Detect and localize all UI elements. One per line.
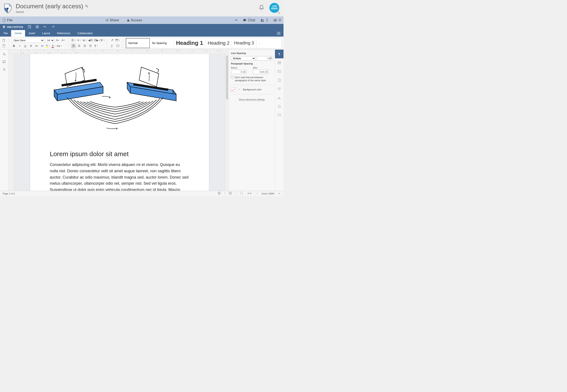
styles-gallery: NormalNo SpacingHeading 1Heading 2Headin… <box>126 38 282 48</box>
align-left-button[interactable]: ☰ <box>71 43 76 48</box>
dec-indent-button[interactable]: ◀☰ <box>88 38 93 43</box>
right-rail: ¶ Ta <box>275 50 284 191</box>
copy-style-button[interactable] <box>110 43 115 48</box>
bullets-button[interactable]: ☰▼ <box>71 38 76 43</box>
viewers-count[interactable] <box>273 19 277 22</box>
tab-file[interactable]: File <box>0 30 11 37</box>
file-menu[interactable]: File <box>3 18 13 22</box>
users-count[interactable] <box>260 19 264 22</box>
advanced-settings-link[interactable]: Show advanced settings <box>239 98 265 101</box>
horizontal-ruler[interactable]: · 2 · 1 · · · 1 · · · 2 · · · 3 · · · 4 … <box>8 50 228 54</box>
bg-color-swatch[interactable] <box>231 87 237 91</box>
textart-tab-icon[interactable]: Ta <box>275 102 284 111</box>
style-normal[interactable]: Normal <box>126 38 150 48</box>
increase-font-icon[interactable]: A▲ <box>55 38 60 43</box>
multilevel-button[interactable]: ≣▼ <box>82 38 87 43</box>
style-heading-1[interactable]: Heading 1 <box>174 38 205 48</box>
clear-format-button[interactable] <box>110 38 115 43</box>
paragraph-tab-icon[interactable]: ¶ <box>275 50 284 58</box>
redo-icon[interactable] <box>51 25 55 29</box>
highlight-button[interactable]: ✎▼ <box>45 43 50 48</box>
save-icon[interactable] <box>28 25 31 29</box>
style-heading-3[interactable]: Heading 3 <box>232 38 256 48</box>
chat-button[interactable]: Chat <box>243 18 255 22</box>
collapse-icon[interactable] <box>235 19 238 21</box>
tab-references[interactable]: References <box>53 30 74 37</box>
font-select[interactable]: Open Sans <box>12 38 44 43</box>
document-page[interactable]: Lorem ipsum dolor sit amet Consectetur a… <box>30 54 209 191</box>
zoom-label[interactable]: Zoom 100% <box>261 192 274 195</box>
svg-point-32 <box>3 53 5 55</box>
users-number: 1 <box>266 18 268 22</box>
menu-hamburger-icon[interactable] <box>274 30 284 37</box>
superscript-button[interactable]: A2 <box>34 43 39 48</box>
comments-icon[interactable] <box>3 60 6 64</box>
bg-color-dropdown[interactable]: ▼ <box>239 89 240 90</box>
chart-tab-icon[interactable] <box>275 93 284 102</box>
paste-icon[interactable] <box>2 43 6 48</box>
font-size-select[interactable]: 14 <box>45 38 54 43</box>
search-icon[interactable] <box>3 53 6 56</box>
inc-indent-button[interactable]: ☰▶ <box>94 38 99 43</box>
language-icon[interactable] <box>217 192 222 195</box>
fit-width-icon[interactable] <box>247 192 252 195</box>
onlyoffice-quickbar: ONLYOFFICE <box>0 24 284 30</box>
app-header: Document (early access) ✎ Saved LIVE DEM… <box>0 0 284 16</box>
line-spacing-value[interactable]: 1.08▲▼ <box>257 56 273 60</box>
change-case-button[interactable]: Aa▼ <box>57 43 62 48</box>
edit-title-icon[interactable]: ✎ <box>85 4 88 9</box>
image-tab-icon[interactable] <box>275 67 284 76</box>
secondary-bar: File Share Access Chat 1 0 <box>0 16 284 24</box>
table-tab-icon[interactable] <box>275 58 284 67</box>
shape-tab-icon[interactable] <box>275 84 284 93</box>
scroll-thumb[interactable] <box>226 56 228 99</box>
tab-home[interactable]: Home <box>11 30 25 37</box>
document-body[interactable]: Consectetur adipiscing elit. Morbi viver… <box>50 162 189 191</box>
mailmerge-button[interactable] <box>115 43 120 48</box>
tab-collaboration[interactable]: Collaboration <box>74 30 96 37</box>
svg-rect-29 <box>116 39 118 40</box>
zoom-in-button[interactable]: + <box>277 192 281 195</box>
spacing-before-input[interactable]: 0 cm▲▼ <box>231 70 247 74</box>
vertical-scrollbar[interactable] <box>225 54 228 191</box>
copy-icon[interactable] <box>2 38 6 43</box>
style-no-spacing[interactable]: No Spacing <box>150 38 174 48</box>
bold-button[interactable]: B <box>12 43 16 48</box>
document-heading[interactable]: Lorem ipsum dolor sit amet <box>50 150 189 158</box>
font-color-button[interactable]: A▼ <box>51 43 56 48</box>
underline-button[interactable]: U <box>23 43 28 48</box>
align-center-button[interactable]: ☰ <box>77 43 82 48</box>
shading-button[interactable]: ▼ <box>115 38 120 43</box>
fit-page-icon[interactable] <box>239 192 244 195</box>
strikethrough-button[interactable]: S <box>29 43 33 48</box>
spellcheck-icon[interactable] <box>228 192 233 195</box>
undo-icon[interactable] <box>43 25 47 29</box>
linespacing-button[interactable]: ↕☰▼ <box>99 38 104 43</box>
decrease-font-icon[interactable]: A▼ <box>61 38 66 43</box>
align-right-button[interactable]: ☰ <box>82 43 87 48</box>
numbering-button[interactable]: ≡▼ <box>77 38 82 43</box>
page-indicator[interactable]: Page 1 of 2 <box>3 192 15 195</box>
notifications-icon[interactable] <box>259 5 264 12</box>
subscript-button[interactable]: A2 <box>40 43 45 48</box>
live-demo-badge-icon[interactable]: LIVE DEMO <box>269 2 281 14</box>
outline-icon[interactable] <box>3 68 6 71</box>
header-footer-tab-icon[interactable] <box>275 76 284 84</box>
tab-insert[interactable]: Insert <box>25 30 39 37</box>
spacing-after-input[interactable]: 0.42 cm▲▼ <box>253 70 269 74</box>
vertical-ruler[interactable] <box>8 54 14 191</box>
italic-button[interactable]: I <box>17 43 22 48</box>
share-button[interactable]: Share <box>105 18 119 22</box>
zoom-out-button[interactable]: − <box>255 192 259 195</box>
document-title[interactable]: Document (early access) <box>16 3 83 10</box>
print-icon[interactable] <box>36 25 39 29</box>
align-justify-button[interactable]: ☰ <box>88 43 93 48</box>
no-interval-checkbox[interactable]: Don't add interval between paragraphs of… <box>231 76 273 82</box>
paragraph-marks-button[interactable]: ¶▼ <box>94 43 99 48</box>
tab-layout[interactable]: Layout <box>39 30 53 37</box>
mail-tab-icon[interactable] <box>275 111 284 119</box>
access-button[interactable]: Access <box>127 18 142 22</box>
line-spacing-mode[interactable]: Multiple <box>231 56 255 60</box>
styles-more-button[interactable]: ⌄ <box>256 38 263 48</box>
style-heading-2[interactable]: Heading 2 <box>205 38 232 48</box>
